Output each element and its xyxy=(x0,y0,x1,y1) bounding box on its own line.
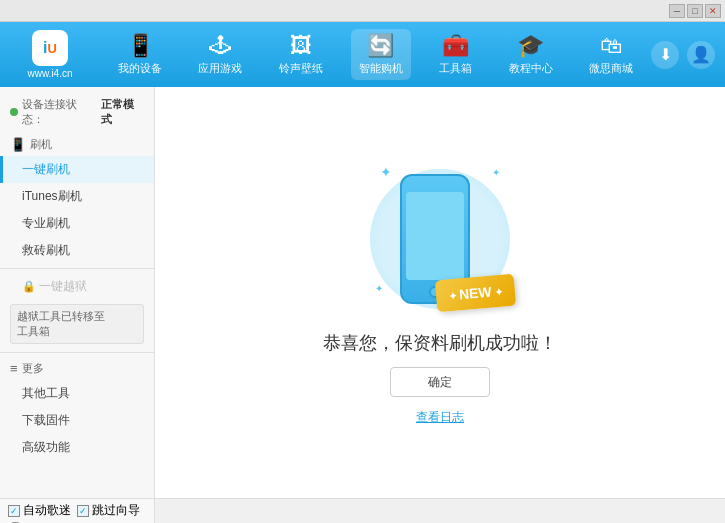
sidebar-item-one-key-flash[interactable]: 一键刷机 xyxy=(0,156,154,183)
nav-app-games[interactable]: 🕹 应用游戏 xyxy=(190,29,250,80)
status-dot xyxy=(10,108,18,116)
device-status: 设备连接状态： 正常模式 xyxy=(0,93,154,133)
main-area: 设备连接状态： 正常模式 📱 刷机 一键刷机 iTunes刷机 专业刷机 救砖刷… xyxy=(0,87,725,498)
checkbox-group: ✓ 自动歌迷 ✓ 跳过向导 xyxy=(8,502,146,519)
my-device-icon: 📱 xyxy=(127,33,154,59)
sparkle-2: ✦ xyxy=(492,167,500,178)
flash-section-header: 📱 刷机 xyxy=(0,133,154,156)
nav-ringtones[interactable]: 🖼 铃声壁纸 xyxy=(271,29,331,80)
sparkle-3: ✦ xyxy=(375,283,383,294)
bottom-center xyxy=(155,499,479,523)
success-title: 恭喜您，保资料刷机成功啦！ xyxy=(323,331,557,355)
maximize-button[interactable]: □ xyxy=(687,4,703,18)
nav-tutorial[interactable]: 🎓 教程中心 xyxy=(501,29,561,80)
nav-toolbox[interactable]: 🧰 工具箱 xyxy=(431,29,480,80)
confirm-button[interactable]: 确定 xyxy=(390,367,490,397)
skip-guide-checkbox[interactable]: ✓ xyxy=(77,505,89,517)
title-bar: ─ □ ✕ xyxy=(0,0,725,22)
flash-section-icon: 📱 xyxy=(10,137,26,152)
smart-shop-icon: 🔄 xyxy=(367,33,394,59)
wechat-mall-icon: 🛍 xyxy=(600,33,622,59)
sidebar-item-battery-flash[interactable]: 救砖刷机 xyxy=(0,237,154,264)
content-area: ✦ ✦ ✦ NEW 恭喜您，保资料刷机成功啦！ 确定 查看日志 xyxy=(155,87,725,498)
nav-bar: 📱 我的设备 🕹 应用游戏 🖼 铃声壁纸 🔄 智能购机 🧰 工具箱 🎓 教程中心… xyxy=(100,29,651,80)
tutorial-icon: 🎓 xyxy=(517,33,544,59)
logo[interactable]: iU www.i4.cn xyxy=(10,30,90,79)
sidebar-item-download-firmware[interactable]: 下载固件 xyxy=(0,407,154,434)
skip-guide-check[interactable]: ✓ 跳过向导 xyxy=(77,502,140,519)
blog-link[interactable]: 查看日志 xyxy=(416,409,464,426)
download-button[interactable]: ⬇ xyxy=(651,41,679,69)
toolbox-icon: 🧰 xyxy=(442,33,469,59)
nav-wechat-mall[interactable]: 🛍 微思商城 xyxy=(581,29,641,80)
logo-url: www.i4.cn xyxy=(27,68,72,79)
user-button[interactable]: 👤 xyxy=(687,41,715,69)
success-illustration: ✦ ✦ ✦ NEW 恭喜您，保资料刷机成功啦！ 确定 查看日志 xyxy=(323,159,557,426)
sidebar-item-itunes-flash[interactable]: iTunes刷机 xyxy=(0,183,154,210)
sidebar-notice-jailbreak: 越狱工具已转移至 工具箱 xyxy=(10,304,144,344)
close-button[interactable]: ✕ xyxy=(705,4,721,18)
sidebar-item-other-tools[interactable]: 其他工具 xyxy=(0,380,154,407)
auto-dismiss-check[interactable]: ✓ 自动歌迷 xyxy=(8,502,71,519)
header-right: ⬇ 👤 xyxy=(651,41,715,69)
nav-smart-shop[interactable]: 🔄 智能购机 xyxy=(351,29,411,80)
ringtones-icon: 🖼 xyxy=(290,33,312,59)
minimize-button[interactable]: ─ xyxy=(669,4,685,18)
sidebar: 设备连接状态： 正常模式 📱 刷机 一键刷机 iTunes刷机 专业刷机 救砖刷… xyxy=(0,87,155,498)
sidebar-divider-1 xyxy=(0,268,154,269)
auto-dismiss-checkbox[interactable]: ✓ xyxy=(8,505,20,517)
phone-container: ✦ ✦ ✦ NEW xyxy=(375,159,505,319)
bottom-bar-wrapper: ✓ 自动歌迷 ✓ 跳过向导 📱 iPhone 12 mini 64GB Down… xyxy=(0,499,725,523)
new-badge: NEW xyxy=(435,274,516,313)
sidebar-item-advanced[interactable]: 高级功能 xyxy=(0,434,154,461)
bottom-right: V7.98.66 客服 微信公众号 检查更新 xyxy=(479,499,725,523)
sparkle-1: ✦ xyxy=(380,164,392,180)
bottom-section: ✓ 自动歌迷 ✓ 跳过向导 📱 iPhone 12 mini 64GB Down… xyxy=(0,498,725,523)
phone-screen xyxy=(406,192,464,280)
device-info-section: ✓ 自动歌迷 ✓ 跳过向导 📱 iPhone 12 mini 64GB Down… xyxy=(0,499,155,523)
sidebar-item-pro-flash[interactable]: 专业刷机 xyxy=(0,210,154,237)
sidebar-item-jailbreak-disabled: 🔒 一键越狱 xyxy=(0,273,154,300)
more-section-header: ≡ 更多 xyxy=(0,357,154,380)
nav-my-device[interactable]: 📱 我的设备 xyxy=(110,29,170,80)
header: iU www.i4.cn 📱 我的设备 🕹 应用游戏 🖼 铃声壁纸 🔄 智能购机… xyxy=(0,22,725,87)
logo-icon: iU xyxy=(32,30,68,66)
status-mode: 正常模式 xyxy=(101,97,144,127)
app-games-icon: 🕹 xyxy=(209,33,231,59)
sidebar-divider-2 xyxy=(0,352,154,353)
more-section-icon: ≡ xyxy=(10,361,18,376)
